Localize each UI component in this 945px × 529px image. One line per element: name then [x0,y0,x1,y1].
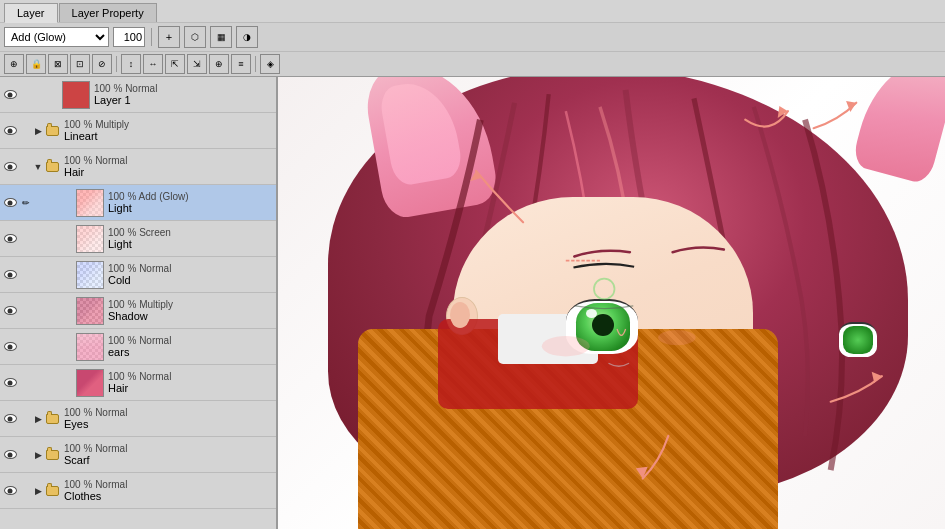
layer-mode-text: 100 % Add (Glow) [108,191,276,202]
folder-icon [44,411,60,427]
eye-icon [4,414,17,423]
layer-item[interactable]: 100 % Normal Hair [0,365,276,401]
layer-item[interactable]: ▶ 100 % Multiply Lineart [0,113,276,149]
layer-thumbnail [76,261,104,289]
fill-layer-btn[interactable]: ▦ [210,26,232,48]
icon-btn-9[interactable]: ⇲ [187,54,207,74]
eye-toggle[interactable] [0,329,20,365]
blend-mode-select[interactable]: Add (Glow) Normal Multiply Screen Overla… [4,27,109,47]
icon-btn-11[interactable]: ≡ [231,54,251,74]
eye-toggle[interactable] [0,401,20,437]
icon-btn-8[interactable]: ⇱ [165,54,185,74]
eye-toggle[interactable] [0,221,20,257]
new-vector-btn[interactable]: ⬡ [184,26,206,48]
eye-toggle[interactable] [0,113,20,149]
icon-btn-1[interactable]: ⊕ [4,54,24,74]
icon-btn-3[interactable]: ⊠ [48,54,68,74]
layer-item[interactable]: 100 % Normal Layer 1 [0,77,276,113]
layer-info: 100 % Screen Light [106,227,276,250]
eye-toggle[interactable] [0,77,20,113]
eye-toggle[interactable] [0,185,20,221]
icon-btn-6[interactable]: ↕ [121,54,141,74]
layer-mode-text: 100 % Normal [64,479,276,490]
new-layer-btn[interactable]: + [158,26,180,48]
expand-col[interactable]: ▼ [32,162,44,172]
layer-item-selected[interactable]: ✏ 100 % Add (Glow) Light [0,185,276,221]
eye-icon [4,450,17,459]
layer-item[interactable]: ▼ 100 % Normal Hair [0,149,276,185]
layer-info: 100 % Normal ears [106,335,276,358]
expand-col[interactable]: ▶ [32,450,44,460]
layer-info: 100 % Normal Clothes [60,479,276,502]
layer-item[interactable]: 100 % Multiply Shadow [0,293,276,329]
gradient-btn[interactable]: ◑ [236,26,258,48]
icon-btn-7[interactable]: ↔ [143,54,163,74]
eye-icon [4,270,17,279]
tab-layer-property[interactable]: Layer Property [59,3,157,22]
eye-icon [4,162,17,171]
layer-info: 100 % Normal Hair [60,155,276,178]
layer-mode-text: 100 % Normal [64,155,276,166]
toolbar-row-1: Add (Glow) Normal Multiply Screen Overla… [0,22,945,51]
eye-highlight-left [586,309,597,318]
toolbar-divider-1 [151,28,152,46]
eye-icon [4,342,17,351]
layer-name-text: Layer 1 [94,94,276,106]
layer-name-text: Cold [108,274,276,286]
top-area: Layer Layer Property Add (Glow) Normal M… [0,0,945,77]
layer-thumbnail [62,81,90,109]
eye-toggle[interactable] [0,473,20,509]
layer-mode-text: 100 % Normal [94,83,276,94]
layers-list: 100 % Normal Layer 1 ▶ 100 % Multip [0,77,276,529]
layer-thumbnail [76,333,104,361]
eye-toggle[interactable] [0,293,20,329]
layer-thumbnail [76,369,104,397]
layer-item[interactable]: ▶ 100 % Normal Clothes [0,473,276,509]
lock-col: ✏ [20,198,32,208]
layer-item[interactable]: ▶ 100 % Normal Scarf [0,437,276,473]
layer-name-text: Light [108,238,276,250]
layer-name-text: Hair [64,166,276,178]
icon-btn-5[interactable]: ⊘ [92,54,112,74]
layer-info: 100 % Normal Scarf [60,443,276,466]
layer-thumbnail [76,189,104,217]
tab-row: Layer Layer Property [0,0,945,22]
folder-icon [44,159,60,175]
app-container: Layer Layer Property Add (Glow) Normal M… [0,0,945,529]
eye-toggle[interactable] [0,149,20,185]
opacity-input[interactable] [113,27,145,47]
layer-item[interactable]: ▶ 100 % Normal Eyes [0,401,276,437]
folder-icon [44,447,60,463]
eye-toggle[interactable] [0,257,20,293]
icon-btn-4[interactable]: ⊡ [70,54,90,74]
eye-icon [4,198,17,207]
layer-item[interactable]: 100 % Normal ears [0,329,276,365]
divider-2 [116,56,117,72]
layer-mode-text: 100 % Screen [108,227,276,238]
layer-name-text: Hair [108,382,276,394]
layer-name-text: Lineart [64,130,276,142]
expand-col[interactable]: ▶ [32,126,44,136]
layer-name-text: Eyes [64,418,276,430]
layer-mode-text: 100 % Normal [108,335,276,346]
eye-toggle[interactable] [0,365,20,401]
icon-btn-2[interactable]: 🔒 [26,54,46,74]
icon-btn-12[interactable]: ◈ [260,54,280,74]
layer-mode-text: 100 % Multiply [108,299,276,310]
main-area: 100 % Normal Layer 1 ▶ 100 % Multip [0,77,945,529]
expand-col[interactable]: ▶ [32,414,44,424]
layer-info: 100 % Multiply Shadow [106,299,276,322]
canvas[interactable] [278,77,945,529]
layer-mode-text: 100 % Multiply [64,119,276,130]
layer-info: 100 % Add (Glow) Light [106,191,276,214]
tab-layer[interactable]: Layer [4,3,58,23]
icon-btn-10[interactable]: ⊕ [209,54,229,74]
folder-icon [44,483,60,499]
expand-col[interactable]: ▶ [32,486,44,496]
layer-item[interactable]: 100 % Screen Light [0,221,276,257]
layer-item[interactable]: 100 % Normal Cold [0,257,276,293]
eye-pupil-left [592,314,614,336]
layer-mode-text: 100 % Normal [108,371,276,382]
eye-toggle[interactable] [0,437,20,473]
layer-name-text: Light [108,202,276,214]
